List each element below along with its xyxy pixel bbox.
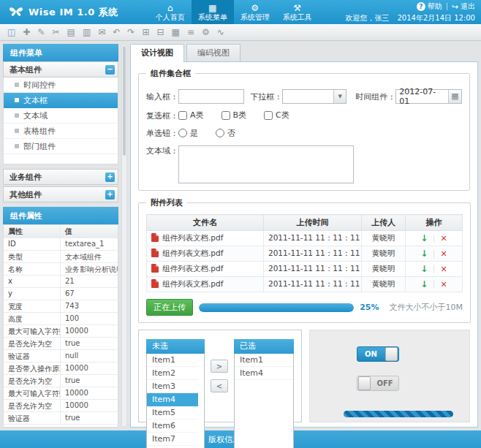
- property-row[interactable]: 类型 文本域组件: [4, 251, 118, 263]
- list-icon[interactable]: ≡: [187, 28, 194, 37]
- property-row[interactable]: ID textarea_1: [4, 238, 118, 251]
- columns-icon[interactable]: ▥: [83, 28, 91, 37]
- property-row[interactable]: x 21: [4, 276, 118, 288]
- cut-icon[interactable]: ✂: [52, 28, 59, 37]
- delete-icon[interactable]: ✕: [440, 249, 447, 259]
- tab-code-view[interactable]: 编码视图: [186, 44, 240, 61]
- list-item[interactable]: Item2: [147, 367, 198, 380]
- uploading-button[interactable]: 正在上传: [146, 299, 193, 316]
- dropdown-select[interactable]: ▼: [282, 89, 346, 104]
- calendar-icon[interactable]: ▦: [448, 90, 461, 103]
- pdf-file-icon: [151, 248, 159, 257]
- property-name: 是否允许为空: [4, 375, 61, 387]
- nav-item-system-menu[interactable]: ▦ 系统菜单: [192, 0, 234, 24]
- tab-design-view[interactable]: 设计视图: [130, 44, 184, 62]
- checkbox[interactable]: [264, 111, 273, 120]
- expand-icon[interactable]: +: [105, 190, 115, 200]
- insert-table-icon[interactable]: ⊞: [142, 28, 149, 37]
- property-row[interactable]: 是否允许为空 true: [4, 338, 118, 350]
- undo-icon[interactable]: ↶: [113, 28, 120, 37]
- grid-icon[interactable]: ▦: [172, 28, 180, 37]
- sidebar-item[interactable]: 时间控件: [4, 77, 118, 93]
- scrollbar-thumb[interactable]: [123, 46, 126, 156]
- chevron-down-icon[interactable]: ▼: [333, 90, 346, 103]
- toggle-switch-on[interactable]: ON: [357, 346, 399, 362]
- toggle-knob[interactable]: [385, 347, 398, 361]
- sidebar-item-label: 时间控件: [23, 80, 56, 91]
- property-row[interactable]: 验证器 true: [4, 412, 118, 425]
- nav-item-home[interactable]: ⌂ 个人首页: [149, 0, 192, 24]
- pdf-file-icon: [151, 279, 159, 288]
- logout-link[interactable]: ↪ 退出: [452, 1, 475, 12]
- radio-option[interactable]: 否: [216, 128, 235, 139]
- delete-icon[interactable]: ✕: [440, 265, 447, 274]
- nav-item-system-management[interactable]: ⚙ 系统管理: [234, 0, 276, 24]
- sidebar-item[interactable]: 部门组件: [4, 139, 118, 154]
- list-item[interactable]: Item1: [147, 354, 198, 367]
- copy-icon[interactable]: ▤: [67, 28, 75, 37]
- sidebar-scrollbar[interactable]: [121, 44, 127, 428]
- radio-button[interactable]: [178, 129, 187, 137]
- add-icon[interactable]: ✚: [23, 28, 30, 37]
- list-item[interactable]: Item1: [235, 354, 293, 367]
- list-item[interactable]: Item4: [147, 393, 198, 406]
- delete-icon[interactable]: ✕: [440, 234, 447, 243]
- users-icon[interactable]: ◫: [7, 28, 15, 37]
- list-item[interactable]: Item5: [147, 406, 198, 419]
- list-item[interactable]: Item6: [147, 419, 198, 433]
- accordion-header[interactable]: 其他组件 +: [3, 186, 118, 202]
- component-bullet-icon: [15, 113, 19, 118]
- list-item[interactable]: Item4: [235, 367, 293, 380]
- list-item[interactable]: Item3: [147, 380, 198, 393]
- settings-icon[interactable]: ⚙: [202, 28, 210, 37]
- property-row[interactable]: 最大可输入字符数 10000: [4, 387, 118, 400]
- checkbox[interactable]: [178, 111, 187, 120]
- toggle-knob[interactable]: [358, 376, 371, 390]
- wave-icon[interactable]: ∿: [217, 28, 224, 37]
- sidebar-item[interactable]: 文本框: [4, 93, 118, 108]
- list-item[interactable]: Item7: [147, 433, 198, 446]
- download-icon[interactable]: ↓: [420, 248, 428, 259]
- sidebar-item[interactable]: 表格组件: [4, 124, 118, 139]
- checkbox-option[interactable]: C类: [264, 110, 289, 121]
- mail-icon[interactable]: ✉: [98, 28, 105, 37]
- radio-option[interactable]: 是: [178, 128, 198, 139]
- property-row[interactable]: 是否带入操作原因 10000: [4, 362, 118, 375]
- expand-icon[interactable]: +: [105, 172, 115, 182]
- attachment-uploader: 黄晓明: [362, 262, 406, 277]
- download-icon[interactable]: ↓: [420, 264, 428, 274]
- sidebar-item[interactable]: 文本域: [4, 108, 118, 124]
- logout-label: 退出: [461, 1, 475, 12]
- download-icon[interactable]: ↓: [420, 233, 428, 243]
- property-row[interactable]: 是否允许为空 10000: [4, 400, 118, 412]
- checkbox[interactable]: [221, 111, 230, 120]
- radio-button[interactable]: [216, 129, 224, 137]
- download-icon[interactable]: ↓: [420, 279, 428, 289]
- property-row[interactable]: y 67: [4, 288, 118, 300]
- collapse-icon[interactable]: −: [105, 65, 115, 75]
- checkbox-option[interactable]: B类: [221, 110, 247, 121]
- remove-table-icon[interactable]: ⊟: [156, 28, 164, 37]
- move-right-button[interactable]: >: [211, 360, 228, 373]
- property-row[interactable]: 最大可输入字符数 10000: [4, 325, 118, 338]
- textarea-field[interactable]: [178, 145, 354, 183]
- property-row[interactable]: 名称 业务影响分析说明: [4, 263, 118, 276]
- checkbox-option[interactable]: A类: [178, 110, 204, 121]
- sidebar-item-label: 文本框: [23, 95, 48, 106]
- redo-icon[interactable]: ↷: [127, 28, 135, 37]
- accordion-header[interactable]: 业务组件 +: [3, 169, 118, 185]
- accordion-basic-components[interactable]: 基本组件 −: [3, 61, 118, 77]
- move-left-button[interactable]: <: [211, 379, 228, 392]
- delete-icon[interactable]: ✕: [440, 280, 447, 289]
- property-row[interactable]: 高度 100: [4, 313, 118, 325]
- property-row[interactable]: 是否允许为空 true: [4, 375, 118, 387]
- welcome-text: 欢迎您，张三: [345, 14, 389, 22]
- toggle-switch-off[interactable]: OFF: [357, 376, 399, 391]
- property-row[interactable]: 验证器 null: [4, 350, 118, 362]
- nav-item-system-tools[interactable]: ⚒ 系统工具: [276, 0, 319, 24]
- property-row[interactable]: 宽度 743: [4, 300, 118, 313]
- help-link[interactable]: ? 帮助: [417, 1, 442, 12]
- date-input[interactable]: 2012-07-01 ▦: [395, 89, 462, 104]
- edit-icon[interactable]: ✎: [37, 28, 45, 37]
- text-input[interactable]: [178, 89, 244, 104]
